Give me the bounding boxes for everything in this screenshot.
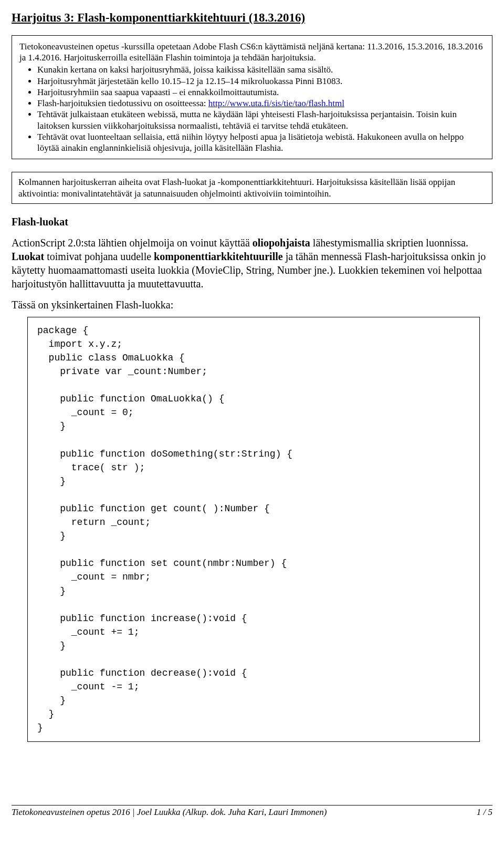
text-run: ActionScript 2.0:sta lähtien ohjelmoija … bbox=[12, 237, 253, 249]
info-box: Tietokoneavusteinen opetus -kurssilla op… bbox=[12, 35, 492, 160]
bullet-item: Harjoitusryhmiin saa saapua vapaasti – e… bbox=[37, 87, 485, 98]
flash-info-link[interactable]: http://www.uta.fi/sis/tie/tao/flash.html bbox=[208, 98, 344, 108]
bullet-item: Tehtävät ovat luonteeltaan sellaisia, et… bbox=[37, 131, 485, 154]
summary-box: Kolmannen harjoituskerran aiheita ovat F… bbox=[12, 172, 492, 204]
summary-text: Kolmannen harjoituskerran aiheita ovat F… bbox=[18, 177, 486, 199]
bullet-item: Kunakin kertana on kaksi harjoitusryhmää… bbox=[37, 64, 485, 75]
bold-run: oliopohjaista bbox=[253, 237, 310, 249]
bullet-item: Harjoitusryhmät järjestetään kello 10.15… bbox=[37, 76, 485, 87]
bullet-item: Tehtävät julkaistaan etukäteen webissä, … bbox=[37, 109, 485, 131]
body-paragraph-1: ActionScript 2.0:sta lähtien ohjelmoija … bbox=[12, 236, 492, 291]
intro-paragraph: Tietokoneavusteinen opetus -kurssilla op… bbox=[19, 41, 485, 64]
body-paragraph-2: Tässä on yksinkertainen Flash-luokka: bbox=[12, 298, 492, 312]
code-box: package { import x.y.z; public class Oma… bbox=[27, 317, 480, 742]
bold-run: komponenttiarkkitehtuurille bbox=[154, 251, 283, 262]
footer-page-number: 1 / 5 bbox=[477, 807, 492, 818]
page-footer: Tietokoneavusteinen opetus 2016 | Joel L… bbox=[12, 805, 492, 818]
text-run: toimivat pohjana uudelle bbox=[44, 251, 154, 262]
section-heading: Flash-luokat bbox=[12, 215, 492, 229]
page-title: Harjoitus 3: Flash-komponenttiarkkitehtu… bbox=[12, 11, 492, 26]
text-run: lähestymismallia skriptien luonnissa. bbox=[310, 237, 468, 249]
footer-left: Tietokoneavusteinen opetus 2016 | Joel L… bbox=[12, 807, 327, 818]
bullet-item: Flash-harjoituksien tiedotussivu on osoi… bbox=[37, 98, 485, 109]
code-block: package { import x.y.z; public class Oma… bbox=[37, 324, 470, 735]
bullet-text: Flash-harjoituksien tiedotussivu on osoi… bbox=[37, 98, 208, 108]
bold-run: Luokat bbox=[12, 251, 44, 262]
info-bullet-list: Kunakin kertana on kaksi harjoitusryhmää… bbox=[19, 64, 485, 153]
